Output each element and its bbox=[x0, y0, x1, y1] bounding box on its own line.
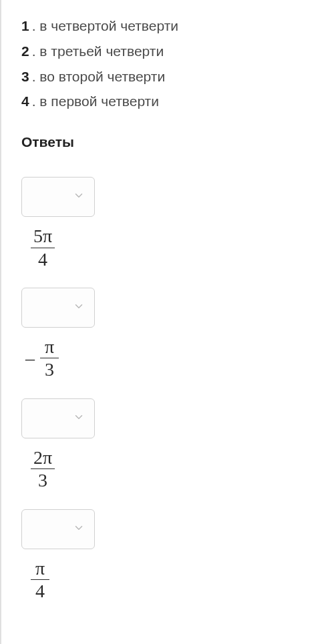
answer-block: – π 3 bbox=[21, 288, 314, 380]
fraction-sign: – bbox=[25, 348, 35, 369]
fraction-numerator: π bbox=[40, 337, 59, 358]
chevron-down-icon bbox=[73, 411, 85, 426]
answer-block: 2π 3 bbox=[21, 398, 314, 491]
answers-heading: Ответы bbox=[21, 134, 314, 150]
fraction-numerator: π bbox=[31, 559, 49, 580]
answer-select[interactable] bbox=[21, 509, 95, 549]
option-text: . в третьей четверти bbox=[32, 39, 164, 64]
option-text: . в первой четверти bbox=[32, 89, 159, 114]
option-item: 4 . в первой четверти bbox=[21, 89, 314, 114]
fraction-denominator: 4 bbox=[33, 248, 52, 269]
option-number: 1 bbox=[21, 13, 29, 39]
answer-value: π 4 bbox=[21, 559, 314, 601]
fraction-numerator: 2π bbox=[31, 448, 55, 469]
option-number: 2 bbox=[21, 39, 29, 64]
answer-select[interactable] bbox=[21, 288, 95, 328]
option-item: 1 . в четвертой четверти bbox=[21, 13, 314, 39]
option-number: 3 bbox=[21, 64, 29, 89]
chevron-down-icon bbox=[73, 300, 85, 315]
answer-select[interactable] bbox=[21, 398, 95, 438]
fraction-denominator: 3 bbox=[33, 469, 52, 490]
option-item: 2 . в третьей четверти bbox=[21, 39, 314, 64]
answer-value: 5π 4 bbox=[21, 226, 314, 269]
option-item: 3 . во второй четверти bbox=[21, 64, 314, 89]
option-text: . во второй четверти bbox=[32, 64, 166, 89]
answer-block: π 4 bbox=[21, 509, 314, 601]
fraction-numerator: 5π bbox=[31, 226, 55, 248]
chevron-down-icon bbox=[73, 522, 85, 537]
option-number: 4 bbox=[21, 89, 29, 114]
fraction-denominator: 3 bbox=[40, 358, 59, 379]
options-list: 1 . в четвертой четверти 2 . в третьей ч… bbox=[21, 13, 314, 114]
answer-select[interactable] bbox=[21, 177, 95, 217]
option-text: . в четвертой четверти bbox=[32, 13, 178, 39]
answer-block: 5π 4 bbox=[21, 177, 314, 269]
answer-value: 2π 3 bbox=[21, 448, 314, 491]
chevron-down-icon bbox=[73, 190, 85, 204]
fraction-denominator: 4 bbox=[31, 580, 49, 601]
answer-value: – π 3 bbox=[21, 337, 314, 380]
